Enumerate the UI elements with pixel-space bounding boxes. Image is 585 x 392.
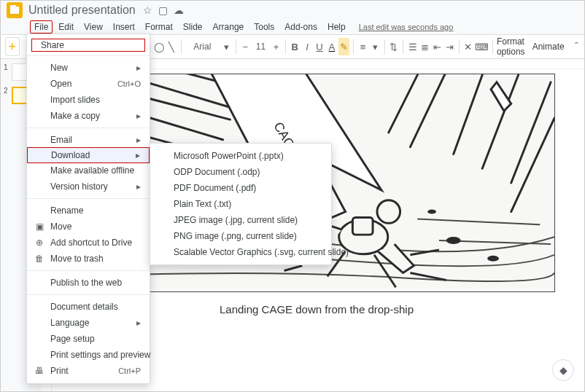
menu-help[interactable]: Help — [323, 20, 350, 34]
menu-item-details[interactable]: Document details — [27, 299, 150, 315]
menu-item-language[interactable]: Language▸ — [27, 315, 150, 331]
shape-icon[interactable]: ◯ — [154, 38, 165, 55]
menu-item-new[interactable]: New▸ — [27, 60, 150, 76]
cloud-status-icon[interactable]: ☁ — [174, 4, 184, 16]
menu-item-print-settings[interactable]: Print settings and preview — [27, 347, 150, 363]
line-spacing-icon[interactable]: ⇅ — [388, 38, 399, 55]
bulleted-list-icon[interactable]: ≣ — [419, 38, 430, 55]
menu-edit[interactable]: Edit — [54, 20, 78, 34]
menu-item-version[interactable]: Version history▸ — [27, 179, 150, 195]
print-icon: 🖶 — [34, 366, 44, 376]
menu-item-share[interactable]: Share — [31, 39, 145, 52]
italic-icon[interactable]: I — [302, 38, 313, 55]
trash-icon: 🗑 — [34, 254, 44, 264]
slides-app-icon[interactable] — [7, 2, 23, 18]
svg-point-15 — [446, 237, 461, 244]
menu-item-shortcut[interactable]: ⊕Add shortcut to Drive — [27, 235, 150, 251]
menu-item-move[interactable]: ▣Move — [27, 219, 150, 235]
align-icon[interactable]: ≡ — [357, 38, 368, 55]
document-title[interactable]: Untitled presentation — [28, 4, 136, 17]
menu-item-offline[interactable]: Make available offline — [27, 162, 150, 179]
star-icon[interactable]: ☆ — [143, 4, 152, 16]
explore-button[interactable]: ◆ — [552, 359, 574, 381]
indent-dec-icon[interactable]: ⇤ — [432, 38, 443, 55]
svg-point-16 — [487, 256, 499, 262]
align-dropdown-icon[interactable]: ▾ — [370, 38, 381, 55]
folder-icon: ▣ — [34, 222, 44, 232]
menu-arrange[interactable]: Arrange — [209, 20, 249, 34]
menu-item-download[interactable]: Download▸ — [27, 147, 150, 163]
download-txt[interactable]: Plain Text (.txt) — [150, 196, 331, 212]
indent-inc-icon[interactable]: ⇥ — [444, 38, 455, 55]
clear-format-icon[interactable]: ✕ — [462, 38, 473, 55]
menu-format[interactable]: Format — [141, 20, 177, 34]
numbered-list-icon[interactable]: ☰ — [407, 38, 418, 55]
font-family-select[interactable]: Arial — [185, 39, 220, 54]
menu-item-copy[interactable]: Make a copy▸ — [27, 108, 150, 124]
menu-item-import[interactable]: Import slides — [27, 92, 150, 108]
toolbar-collapse-icon[interactable]: ˆ — [573, 38, 580, 55]
menu-item-publish[interactable]: Publish to the web — [27, 275, 150, 291]
menu-item-rename[interactable]: Rename — [27, 203, 150, 219]
svg-rect-20 — [352, 217, 373, 235]
font-dropdown-icon[interactable]: ▾ — [221, 38, 232, 55]
download-png[interactable]: PNG image (.png, current slide) — [150, 228, 331, 244]
underline-icon[interactable]: U — [314, 38, 325, 55]
font-size-input[interactable]: 11 — [252, 40, 269, 53]
title-bar: Untitled presentation ☆ ▢ ☁ — [1, 1, 584, 20]
thumbnail-number: 2 — [4, 87, 9, 104]
bold-icon[interactable]: B — [290, 38, 301, 55]
animate-button[interactable]: Animate — [532, 42, 565, 52]
svg-point-17 — [427, 210, 436, 214]
font-size-dec-icon[interactable]: − — [240, 38, 251, 55]
menu-tools[interactable]: Tools — [249, 20, 279, 34]
new-slide-button[interactable]: + — [5, 37, 20, 56]
text-color-icon[interactable]: A — [327, 38, 338, 55]
last-edit-link[interactable]: Last edit was seconds ago — [359, 23, 454, 31]
download-pptx[interactable]: Microsoft PowerPoint (.pptx) — [150, 148, 331, 164]
line-icon[interactable]: ╲ — [166, 38, 177, 55]
move-folder-icon[interactable]: ▢ — [158, 4, 168, 16]
file-menu-dropdown: Share New▸ OpenCtrl+O Import slides Make… — [26, 34, 150, 384]
menu-file[interactable]: File — [30, 20, 53, 34]
input-tools-icon[interactable]: ⌨ — [475, 38, 489, 55]
menu-addons[interactable]: Add-ons — [280, 20, 322, 34]
download-odp[interactable]: ODP Document (.odp) — [150, 164, 331, 180]
font-size-inc-icon[interactable]: + — [271, 38, 282, 55]
menu-item-print[interactable]: 🖶PrintCtrl+P — [27, 363, 150, 379]
format-options-button[interactable]: Format options — [497, 36, 525, 57]
menu-insert[interactable]: Insert — [109, 20, 139, 34]
thumbnail-number: 1 — [4, 63, 9, 81]
download-pdf[interactable]: PDF Document (.pdf) — [150, 180, 331, 196]
download-svg[interactable]: Scalable Vector Graphics (.svg, current … — [150, 244, 331, 260]
menu-bar: File Edit View Insert Format Slide Arran… — [1, 20, 584, 34]
highlight-icon[interactable]: ✎ — [338, 38, 349, 55]
download-submenu: Microsoft PowerPoint (.pptx) ODP Documen… — [150, 143, 332, 265]
menu-item-trash[interactable]: 🗑Move to trash — [27, 251, 150, 267]
title-icons: ☆ ▢ ☁ — [143, 4, 184, 16]
menu-slide[interactable]: Slide — [179, 20, 207, 34]
menu-item-page-setup[interactable]: Page setup — [27, 331, 150, 347]
svg-point-18 — [377, 200, 400, 224]
link-icon: ⊕ — [34, 238, 44, 248]
menu-view[interactable]: View — [80, 20, 107, 34]
menu-item-email[interactable]: Email▸ — [27, 132, 150, 148]
download-jpg[interactable]: JPEG image (.jpg, current slide) — [150, 212, 331, 228]
menu-item-open[interactable]: OpenCtrl+O — [27, 76, 150, 92]
